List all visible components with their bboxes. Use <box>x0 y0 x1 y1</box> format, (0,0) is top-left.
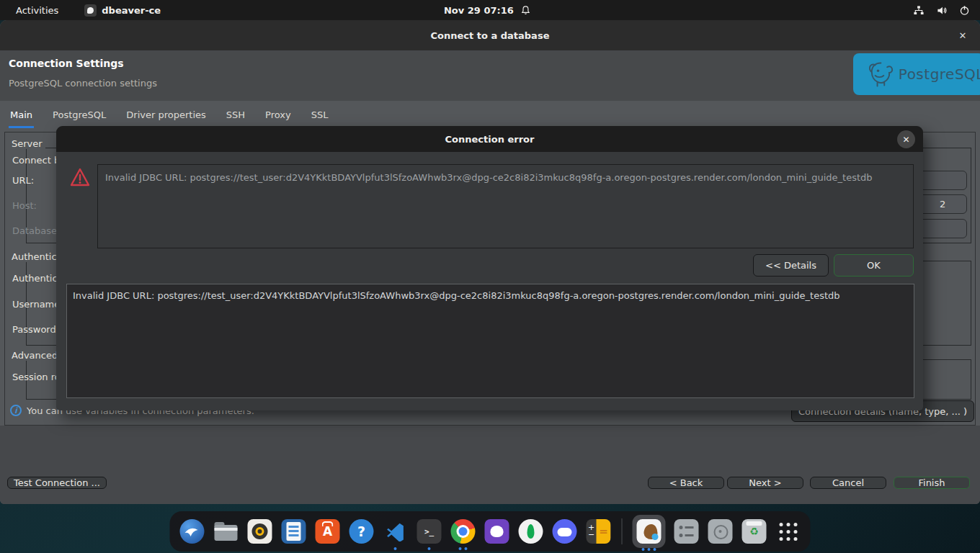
error-message-box[interactable]: Invalid JDBC URL: postgres://test_user:d… <box>97 164 914 248</box>
mongodb-compass-icon[interactable] <box>518 518 544 544</box>
disks-icon[interactable] <box>708 518 734 544</box>
ok-button[interactable]: OK <box>834 254 914 276</box>
settings-tabs: Main PostgreSQL Driver properties SSH Pr… <box>9 108 329 127</box>
back-button[interactable]: < Back <box>648 477 724 489</box>
dock: A ? >_ +−= <box>170 511 811 552</box>
clock-menu[interactable]: Nov 29 07:16 <box>444 5 531 16</box>
tab-proxy[interactable]: Proxy <box>264 108 293 127</box>
files-icon[interactable] <box>213 518 239 544</box>
logo-text: PostgreSQL <box>899 66 980 83</box>
error-dialog-titlebar[interactable]: Connection error ✕ <box>56 126 923 152</box>
page-title: Connection Settings <box>9 58 124 69</box>
tab-ssl[interactable]: SSL <box>310 108 330 127</box>
system-top-bar: Activities dbeaver-ce Nov 29 07:16 <box>0 0 980 20</box>
port-value: 2 <box>940 199 945 210</box>
settings-icon[interactable] <box>674 518 700 544</box>
vscode-icon[interactable] <box>383 518 409 544</box>
volume-icon <box>936 5 948 16</box>
wizard-header: Connection Settings PostgreSQL connectio… <box>0 50 980 101</box>
thunderbird-icon[interactable] <box>179 518 205 544</box>
error-dialog-close-icon[interactable]: ✕ <box>897 130 915 148</box>
password-label: Password: <box>12 324 59 335</box>
power-icon <box>959 5 970 16</box>
wizard-button-bar <box>0 426 980 504</box>
tab-main[interactable]: Main <box>9 108 34 127</box>
ubuntu-software-icon[interactable]: A <box>315 518 341 544</box>
focused-app-menu[interactable]: dbeaver-ce <box>84 4 161 17</box>
help-icon[interactable]: ? <box>349 518 375 544</box>
error-details-box[interactable]: Invalid JDBC URL: postgres://test_user:d… <box>66 284 914 398</box>
trash-icon[interactable]: ♻ <box>741 518 767 544</box>
tab-ssh[interactable]: SSH <box>225 108 246 127</box>
app-grid-icon[interactable] <box>775 518 801 544</box>
window-titlebar[interactable]: Connect to a database ✕ <box>0 20 980 50</box>
discord-icon[interactable] <box>552 518 578 544</box>
tab-postgresql[interactable]: PostgreSQL <box>51 108 107 127</box>
rhythmbox-icon[interactable] <box>247 518 273 544</box>
host-label: Host: <box>12 200 37 211</box>
tab-driver-properties[interactable]: Driver properties <box>125 108 207 127</box>
page-subtitle: PostgreSQL connection settings <box>9 78 157 89</box>
focused-app-name: dbeaver-ce <box>102 5 161 16</box>
error-dialog-title: Connection error <box>445 134 535 145</box>
calculator-icon[interactable]: +−= <box>586 518 612 544</box>
elephant-icon <box>866 58 896 90</box>
server-group-label: Server <box>9 138 45 149</box>
window-close-icon[interactable]: ✕ <box>954 27 971 44</box>
clock-text: Nov 29 07:16 <box>444 5 514 16</box>
activities-button[interactable]: Activities <box>12 5 63 16</box>
info-icon: i <box>10 405 22 416</box>
network-icon <box>913 5 925 16</box>
warning-icon <box>69 166 91 188</box>
system-status-area[interactable] <box>913 5 970 16</box>
libreoffice-writer-icon[interactable] <box>281 518 307 544</box>
dbeaver-icon[interactable] <box>633 515 666 548</box>
cancel-button[interactable]: Cancel <box>810 477 886 489</box>
terminal-icon[interactable]: >_ <box>416 518 442 544</box>
next-button[interactable]: Next > <box>727 477 803 489</box>
connect-database-window: Connect to a database ✕ Connection Setti… <box>0 20 980 504</box>
database-label: Database: <box>12 225 60 236</box>
window-title: Connect to a database <box>431 30 550 41</box>
url-label: URL: <box>12 175 34 186</box>
chrome-icon[interactable] <box>450 518 476 544</box>
dock-separator <box>622 518 623 544</box>
github-desktop-icon[interactable] <box>484 518 510 544</box>
finish-button[interactable]: Finish <box>894 477 970 489</box>
postgresql-logo: PostgreSQL <box>853 53 980 95</box>
screen: Activities dbeaver-ce Nov 29 07:16 <box>0 0 980 553</box>
details-toggle-button[interactable]: << Details <box>753 254 829 276</box>
advanced-group-label: Advanced <box>9 350 61 361</box>
connection-error-dialog: Connection error ✕ Invalid JDBC URL: pos… <box>56 126 923 410</box>
dbeaver-app-icon <box>84 4 97 17</box>
bell-icon <box>520 5 531 16</box>
test-connection-button[interactable]: Test Connection ... <box>7 477 107 489</box>
